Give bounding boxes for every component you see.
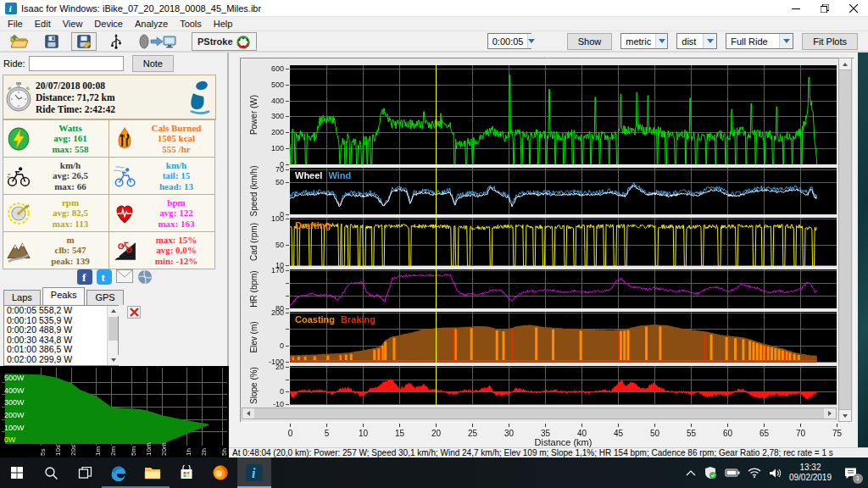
tile-power[interactable]: Wattsavg: 161max: 558 bbox=[3, 120, 109, 158]
battery-icon[interactable] bbox=[725, 468, 740, 478]
tile-line: avg: 82,5 bbox=[32, 208, 108, 219]
usb-device-button[interactable] bbox=[103, 32, 129, 51]
xaxis-value: dist bbox=[677, 36, 703, 47]
scroll-up-icon[interactable] bbox=[839, 58, 851, 70]
xaxis-combobox[interactable]: dist bbox=[676, 33, 717, 49]
menu-edit[interactable]: Edit bbox=[29, 18, 57, 30]
ride-summary-panel[interactable]: 20/07/2018 00:08 Distance: 71,72 km Ride… bbox=[3, 75, 216, 119]
minimize-button[interactable] bbox=[782, 0, 810, 17]
menu-file[interactable]: File bbox=[2, 18, 29, 30]
tile-line: avg: 122 bbox=[138, 208, 214, 219]
security-shield-icon[interactable] bbox=[704, 466, 717, 480]
volume-icon[interactable] bbox=[769, 468, 782, 479]
show-button[interactable]: Show bbox=[567, 33, 613, 50]
peak-time-combobox[interactable]: 0:00:05 bbox=[487, 33, 531, 49]
peaks-scrollbar[interactable] bbox=[107, 306, 118, 365]
chevron-down-icon bbox=[527, 34, 535, 48]
tile-line: max: 66 bbox=[32, 181, 108, 192]
tile-slope[interactable]: max: 15%avg: 0,0%min: -12% bbox=[109, 232, 215, 269]
tab-peaks[interactable]: Peaks bbox=[42, 287, 86, 305]
taskbar-edge-button[interactable] bbox=[102, 458, 136, 488]
wifi-icon[interactable] bbox=[748, 468, 761, 478]
charts-horizontal-scrollbar[interactable] bbox=[242, 408, 837, 419]
taskbar-firefox-button[interactable] bbox=[203, 458, 237, 488]
titlebar: i Isaac for Windows: iBike_07_20_2018_00… bbox=[0, 0, 868, 17]
app-window: i Isaac for Windows: iBike_07_20_2018_00… bbox=[0, 0, 868, 488]
taskbar-explorer-button[interactable] bbox=[136, 458, 170, 488]
charts-vertical-scrollbar[interactable] bbox=[838, 58, 852, 422]
taskbar-search-button[interactable] bbox=[34, 458, 68, 488]
scroll-down-icon[interactable] bbox=[839, 409, 851, 421]
window-title: Isaac for Windows: iBike_07_20_2018_0008… bbox=[21, 3, 261, 14]
menu-view[interactable]: View bbox=[57, 18, 89, 30]
taskbar-isaac-button[interactable]: i bbox=[237, 458, 271, 488]
scroll-left-icon[interactable] bbox=[242, 408, 254, 419]
task-view-icon bbox=[78, 466, 92, 480]
range-combobox[interactable]: Full Ride bbox=[726, 33, 793, 49]
notification-badge: 1 bbox=[853, 474, 863, 484]
peak-item[interactable]: 0:01:00 386,5 W bbox=[4, 345, 118, 355]
taskbar-store-button[interactable] bbox=[170, 458, 203, 488]
ibike-logo bbox=[181, 78, 215, 117]
fit-plots-button[interactable]: Fit Plots bbox=[802, 33, 858, 50]
facebook-icon[interactable]: f bbox=[77, 269, 92, 285]
tile-line: head: 13 bbox=[138, 181, 214, 192]
menu-analyze[interactable]: Analyze bbox=[129, 18, 174, 30]
tile-calories[interactable]: Cals Burned1505 kcal555 /hr bbox=[109, 120, 215, 158]
red-x-icon bbox=[130, 308, 139, 317]
menu-tools[interactable]: Tools bbox=[174, 18, 208, 30]
restore-button[interactable] bbox=[810, 0, 839, 17]
ride-name-input[interactable] bbox=[29, 56, 124, 71]
taskbar-clock[interactable]: 13:32 09/02/2019 bbox=[789, 463, 832, 483]
open-file-button[interactable] bbox=[7, 32, 32, 51]
tile-line: max: 163 bbox=[138, 219, 214, 230]
menu-help[interactable]: Help bbox=[208, 18, 239, 30]
tab-laps[interactable]: Laps bbox=[3, 290, 41, 305]
edge-icon bbox=[110, 464, 127, 481]
peaks-listbox[interactable]: 0:00:05 558,2 W 0:00:10 535,9 W 0:00:20 … bbox=[3, 305, 119, 366]
task-view-button[interactable] bbox=[68, 458, 102, 488]
tile-title: bpm bbox=[138, 197, 214, 208]
action-center-button[interactable]: 1 bbox=[839, 462, 861, 484]
tile-title: Cals Burned bbox=[138, 123, 214, 134]
ride-charts-canvas[interactable] bbox=[229, 53, 858, 447]
clock-date: 09/02/2019 bbox=[789, 473, 832, 483]
scrollbar-thumb[interactable] bbox=[108, 317, 118, 341]
pstroke-button[interactable]: PStroke bbox=[192, 32, 257, 51]
save-as-button[interactable] bbox=[71, 32, 97, 51]
peak-item[interactable]: 0:02:00 299,9 W bbox=[4, 355, 118, 365]
peak-item[interactable]: 0:00:20 488,9 W bbox=[4, 325, 118, 336]
delete-peak-button[interactable] bbox=[127, 306, 141, 319]
note-button[interactable]: Note bbox=[132, 55, 174, 72]
tab-gps[interactable]: GPS bbox=[86, 290, 123, 305]
start-button[interactable] bbox=[0, 458, 34, 488]
ride-datetime: 20/07/2018 00:08 bbox=[36, 80, 181, 92]
usb-icon bbox=[109, 33, 123, 50]
tile-line: max: 558 bbox=[32, 144, 108, 155]
tray-expand-icon[interactable] bbox=[686, 469, 696, 476]
pstroke-wheel-icon bbox=[236, 34, 251, 49]
svg-text:t: t bbox=[101, 271, 105, 284]
download-to-pc-button[interactable] bbox=[136, 32, 180, 51]
sidebar: Ride: Note 20/07/2018 00:08 Distance: 71… bbox=[0, 53, 229, 458]
earth-icon[interactable] bbox=[137, 269, 153, 285]
tile-cadence[interactable]: rpmavg: 82,5max: 113 bbox=[3, 195, 109, 232]
cyclist-icon bbox=[5, 164, 32, 189]
scroll-right-icon[interactable] bbox=[824, 408, 836, 419]
tile-climb[interactable]: mclb: 547peak: 139 bbox=[3, 232, 109, 269]
units-combobox[interactable]: metric bbox=[620, 33, 668, 49]
chart-region bbox=[229, 53, 858, 447]
close-button[interactable] bbox=[839, 0, 868, 17]
email-icon[interactable] bbox=[116, 269, 133, 283]
tile-line: max: 113 bbox=[32, 219, 108, 230]
tile-heart-rate[interactable]: bpmavg: 122max: 163 bbox=[109, 195, 215, 232]
scroll-down-icon[interactable] bbox=[108, 355, 119, 365]
scroll-up-icon[interactable] bbox=[108, 306, 119, 316]
twitter-icon[interactable]: t bbox=[97, 269, 112, 285]
tile-title: Watts bbox=[32, 123, 108, 134]
tile-speed[interactable]: km/havg: 26,5max: 66 bbox=[3, 158, 109, 195]
tile-wind[interactable]: km/htail: 15head: 13 bbox=[109, 158, 215, 195]
menu-device[interactable]: Device bbox=[88, 18, 129, 30]
save-button[interactable] bbox=[39, 32, 64, 51]
peak-item[interactable]: 0:00:05 558,2 W bbox=[4, 306, 118, 316]
